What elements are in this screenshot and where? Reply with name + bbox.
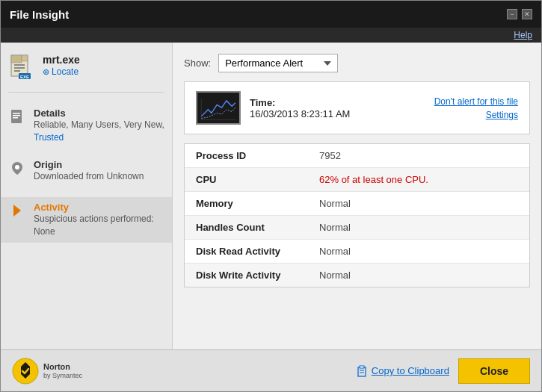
chart-icon <box>196 91 241 125</box>
svg-rect-14 <box>198 93 239 123</box>
bottom-right: Copy to Clipboard Close <box>357 358 530 384</box>
title-bar: File Insight − ✕ <box>1 1 541 28</box>
norton-text: Norton by Symantec <box>43 362 82 379</box>
main-content: EXE mrt.exe Locate <box>1 43 541 349</box>
row-value: 7952 <box>312 144 348 167</box>
clipboard-button[interactable]: Copy to Clipboard <box>357 365 449 377</box>
row-value: Normal <box>312 216 358 239</box>
table-row: Disk Write ActivityNormal <box>185 264 529 287</box>
details-title: Details <box>34 108 164 119</box>
svg-point-12 <box>15 165 19 169</box>
svg-rect-8 <box>11 110 22 123</box>
settings-link[interactable]: Settings <box>434 110 518 120</box>
title-bar-controls: − ✕ <box>507 9 532 19</box>
details-icon <box>8 108 26 125</box>
svg-rect-1 <box>11 55 22 63</box>
norton-name: Norton <box>43 362 82 372</box>
svg-rect-18 <box>358 367 366 376</box>
norton-sub: by Symantec <box>43 372 82 379</box>
sidebar-section-details: Details Reliable, Many Users, Very New, … <box>8 108 164 144</box>
main-window: File Insight − ✕ Help <box>0 0 542 392</box>
svg-rect-11 <box>13 117 18 119</box>
row-key: Memory <box>185 192 312 215</box>
table-row: Disk Read ActivityNormal <box>185 240 529 264</box>
origin-text-section: Origin Downloaded from Unknown <box>34 159 144 183</box>
norton-badge-icon <box>12 358 39 385</box>
svg-rect-19 <box>360 366 364 368</box>
row-key: Process ID <box>185 144 312 167</box>
show-bar: Show: Performance Alert Details Origin A… <box>184 54 530 72</box>
row-key: CPU <box>185 168 312 191</box>
activity-icon <box>8 202 26 220</box>
table-row: MemoryNormal <box>185 192 529 216</box>
norton-logo: Norton by Symantec <box>12 358 82 385</box>
alert-right: Don't alert for this file Settings <box>434 96 518 120</box>
details-text-section: Details Reliable, Many Users, Very New, … <box>34 108 164 144</box>
time-label: Time: <box>250 97 350 108</box>
file-name-section: mrt.exe Locate <box>43 54 80 77</box>
data-table: Process ID7952CPU62% of at least one CPU… <box>184 143 530 287</box>
row-value: Normal <box>312 192 358 215</box>
table-row: Process ID7952 <box>185 144 529 168</box>
file-icon: EXE <box>8 54 35 81</box>
app-title: File Insight <box>10 8 69 21</box>
bottom-bar: Norton by Symantec Copy to Clipboard Clo… <box>1 349 541 391</box>
row-key: Disk Read Activity <box>185 240 312 263</box>
file-info: EXE mrt.exe Locate <box>8 54 164 93</box>
svg-marker-13 <box>13 205 21 217</box>
file-name: mrt.exe <box>43 54 80 66</box>
title-bar-left: File Insight <box>10 8 69 21</box>
table-row: CPU62% of at least one CPU. <box>185 168 529 192</box>
origin-icon <box>8 159 26 177</box>
svg-rect-10 <box>13 115 20 116</box>
svg-rect-3 <box>14 64 25 66</box>
alert-time: Time: 16/03/2013 8:23:11 AM <box>250 97 350 119</box>
activity-text: Suspicious actions performed: None <box>34 213 164 238</box>
svg-text:EXE: EXE <box>20 75 29 79</box>
show-label: Show: <box>184 57 211 69</box>
origin-title: Origin <box>34 159 144 170</box>
svg-rect-4 <box>14 67 25 69</box>
row-value: 62% of at least one CPU. <box>312 168 436 191</box>
show-select[interactable]: Performance Alert Details Origin Activit… <box>218 54 338 72</box>
row-value: Normal <box>312 264 358 287</box>
activity-text-section: Activity Suspicious actions performed: N… <box>34 202 164 238</box>
svg-rect-5 <box>14 70 20 72</box>
help-link[interactable]: Help <box>514 30 532 40</box>
details-text: Reliable, Many Users, Very New, Trusted <box>34 119 164 144</box>
clipboard-icon <box>357 365 367 377</box>
window-close-button[interactable]: ✕ <box>522 9 532 19</box>
no-alert-link[interactable]: Don't alert for this file <box>434 96 518 107</box>
clipboard-label: Copy to Clipboard <box>372 365 449 376</box>
alert-left: Time: 16/03/2013 8:23:11 AM <box>196 91 350 125</box>
sidebar-section-origin: Origin Downloaded from Unknown <box>8 159 164 183</box>
alert-card: Time: 16/03/2013 8:23:11 AM Don't alert … <box>184 81 530 134</box>
right-panel: Show: Performance Alert Details Origin A… <box>173 43 541 349</box>
origin-text: Downloaded from Unknown <box>34 170 144 183</box>
row-key: Disk Write Activity <box>185 264 312 287</box>
activity-title: Activity <box>34 202 164 213</box>
minimize-button[interactable]: − <box>507 9 517 19</box>
row-key: Handles Count <box>185 216 312 239</box>
table-row: Handles CountNormal <box>185 216 529 240</box>
svg-rect-9 <box>13 113 20 114</box>
row-value: Normal <box>312 240 358 263</box>
trusted-label: Trusted <box>34 132 64 143</box>
locate-link[interactable]: Locate <box>43 66 78 77</box>
sidebar: EXE mrt.exe Locate <box>1 43 173 349</box>
time-value: 16/03/2013 8:23:11 AM <box>250 108 350 119</box>
close-main-button[interactable]: Close <box>458 358 530 384</box>
help-bar: Help <box>1 28 541 43</box>
sidebar-section-activity[interactable]: Activity Suspicious actions performed: N… <box>1 197 172 243</box>
svg-marker-2 <box>22 55 28 61</box>
